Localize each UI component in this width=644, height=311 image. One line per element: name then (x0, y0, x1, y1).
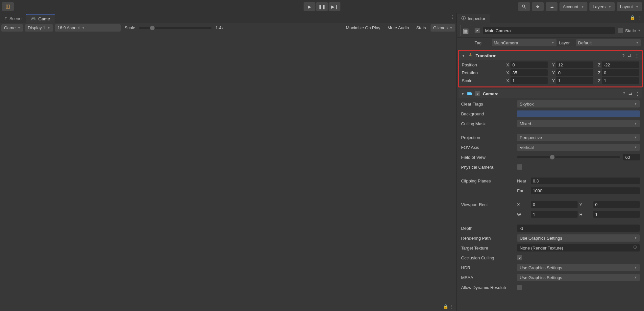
chevron-down-icon: ▼ (450, 26, 453, 30)
tab-menu-icon[interactable]: ⋮ (450, 14, 455, 19)
maximize-button[interactable]: Maximize On Play (343, 24, 383, 32)
svg-point-1 (522, 5, 525, 7)
position-x-field[interactable]: 0 (510, 61, 548, 68)
step-button[interactable]: ▶❙ (329, 2, 340, 11)
background-color-field[interactable]: ✎ (517, 110, 640, 117)
viewport-label: Viewport Rect (461, 202, 514, 207)
near-field[interactable]: 0.3 (531, 178, 640, 184)
hand-tool-icon[interactable] (2, 2, 14, 11)
aspect-label: 16:9 Aspect (58, 25, 80, 30)
account-dropdown[interactable]: Account▼ (559, 2, 587, 11)
gameobject-header: ▣ Main Camera Static ▼ (457, 23, 644, 38)
chevron-down-icon[interactable]: ▼ (638, 29, 641, 32)
occlusion-checkbox[interactable] (517, 255, 522, 260)
rotation-z-field[interactable]: 0 (602, 69, 639, 76)
depth-field[interactable]: -1 (517, 225, 640, 232)
viewport-w-field[interactable]: 1 (531, 211, 578, 218)
culling-mask-dropdown[interactable]: Mixed...▼ (517, 120, 640, 127)
chevron-down-icon: ▼ (608, 5, 611, 9)
pause-button[interactable]: ❚❚ (316, 2, 328, 11)
mute-audio-button[interactable]: Mute Audio (385, 24, 411, 32)
hdr-dropdown[interactable]: Use Graphics Settings▼ (517, 264, 640, 271)
inspector-tab-label: Inspector (468, 16, 485, 21)
camera-enabled-checkbox[interactable] (475, 91, 480, 96)
projection-dropdown[interactable]: Perspective▼ (517, 134, 640, 141)
clipping-planes-label: Clipping Planes (461, 179, 514, 183)
tab-inspector[interactable]: ⓘInspector (457, 14, 490, 23)
layout-dropdown[interactable]: Layout▼ (617, 2, 642, 11)
gameobject-icon[interactable]: ▣ (460, 25, 471, 36)
help-icon[interactable]: ? (623, 91, 625, 96)
chevron-down-icon: ▼ (17, 26, 20, 30)
position-label: Position (462, 62, 501, 67)
tab-scene[interactable]: #Scene (0, 14, 26, 23)
rendering-path-label: Rendering Path (461, 236, 514, 241)
gizmos-dropdown[interactable]: Gizmos▼ (431, 24, 455, 32)
slider-thumb[interactable] (150, 26, 155, 30)
layers-dropdown[interactable]: Layers▼ (589, 2, 615, 11)
rotation-y-field[interactable]: 0 (556, 69, 593, 76)
scale-y-field[interactable]: 1 (556, 77, 593, 84)
object-name-field[interactable]: Main Camera (483, 27, 615, 34)
gizmos-label: Gizmos (433, 25, 448, 30)
layer-dropdown[interactable]: Default▼ (576, 39, 641, 46)
rendering-path-dropdown[interactable]: Use Graphics Settings▼ (517, 234, 640, 242)
position-y-field[interactable]: 12 (556, 61, 593, 68)
fov-axis-dropdown[interactable]: Vertical▼ (517, 144, 640, 151)
viewport-y-field[interactable]: 0 (593, 201, 640, 208)
far-field[interactable]: 1000 (531, 187, 640, 194)
account-label: Account (563, 4, 578, 9)
slider-thumb[interactable] (550, 155, 555, 159)
collab-icon[interactable]: ❖ (532, 2, 544, 11)
lock-icon[interactable]: 🔒 ⋮ (443, 304, 454, 309)
fov-slider[interactable] (517, 156, 620, 158)
fold-icon: ▼ (461, 92, 464, 96)
main-area: #Scene 🎮Game ⋮ Game▼ Display 1▼ 16:9 Asp… (0, 13, 644, 311)
msaa-dropdown[interactable]: Use Graphics Settings▼ (517, 274, 640, 281)
cloud-icon[interactable]: ☁ (546, 2, 557, 11)
menu-icon[interactable]: ⋮ (635, 91, 640, 96)
stats-button[interactable]: Stats (413, 24, 429, 32)
viewport-h-field[interactable]: 1 (593, 211, 640, 218)
physical-camera-checkbox[interactable] (517, 164, 522, 170)
tag-dropdown[interactable]: MainCamera▼ (492, 39, 557, 46)
dynres-checkbox[interactable] (517, 285, 522, 290)
position-z-field[interactable]: -22 (602, 61, 639, 68)
scale-value: 1.4x (213, 25, 226, 30)
scale-x-field[interactable]: 1 (510, 77, 548, 84)
culling-mask-label: Culling Mask (461, 121, 514, 126)
transform-header[interactable]: ▼ Transform ?⇄⋮ (459, 51, 642, 60)
play-button[interactable]: ▶ (304, 2, 315, 11)
tab-menu-icon[interactable]: ⋮ (638, 15, 642, 20)
static-checkbox[interactable] (618, 28, 623, 33)
viewport-x-field[interactable]: 0 (531, 201, 578, 208)
lock-icon[interactable]: 🔒 (630, 15, 635, 20)
aspect-select[interactable]: 16:9 Aspect▼ (55, 24, 121, 32)
camera-title: Camera (483, 91, 620, 96)
display-select[interactable]: Display 1▼ (25, 24, 53, 32)
game-select[interactable]: Game▼ (1, 24, 23, 32)
scale-z-field[interactable]: 1 (602, 77, 639, 84)
active-checkbox[interactable] (475, 28, 480, 33)
fov-value-field[interactable]: 60 (623, 154, 640, 160)
depth-label: Depth (461, 226, 514, 231)
search-icon[interactable] (518, 2, 530, 11)
scale-slider[interactable] (139, 27, 211, 29)
preset-icon[interactable]: ⇄ (628, 53, 632, 58)
tab-game[interactable]: 🎮Game (26, 14, 55, 23)
help-icon[interactable]: ? (622, 53, 625, 58)
camera-header[interactable]: ▼ Camera ?⇄⋮ (458, 89, 642, 98)
display-label: Display 1 (28, 25, 45, 30)
rotation-x-field[interactable]: 35 (510, 69, 548, 76)
dynamic-resolution-label: Allow Dynamic Resoluti (461, 285, 514, 290)
gamepad-icon: 🎮 (31, 16, 36, 21)
clear-flags-dropdown[interactable]: Skybox▼ (517, 100, 640, 108)
preset-icon[interactable]: ⇄ (629, 91, 632, 96)
game-select-label: Game (4, 25, 15, 30)
axis-x: X (505, 62, 509, 67)
view-tabs: #Scene 🎮Game ⋮ (0, 13, 457, 23)
target-texture-field[interactable]: None (Render Texture) (517, 244, 640, 251)
object-picker-icon[interactable]: ⊙ (633, 244, 637, 250)
svg-line-2 (524, 7, 526, 8)
menu-icon[interactable]: ⋮ (635, 53, 639, 58)
